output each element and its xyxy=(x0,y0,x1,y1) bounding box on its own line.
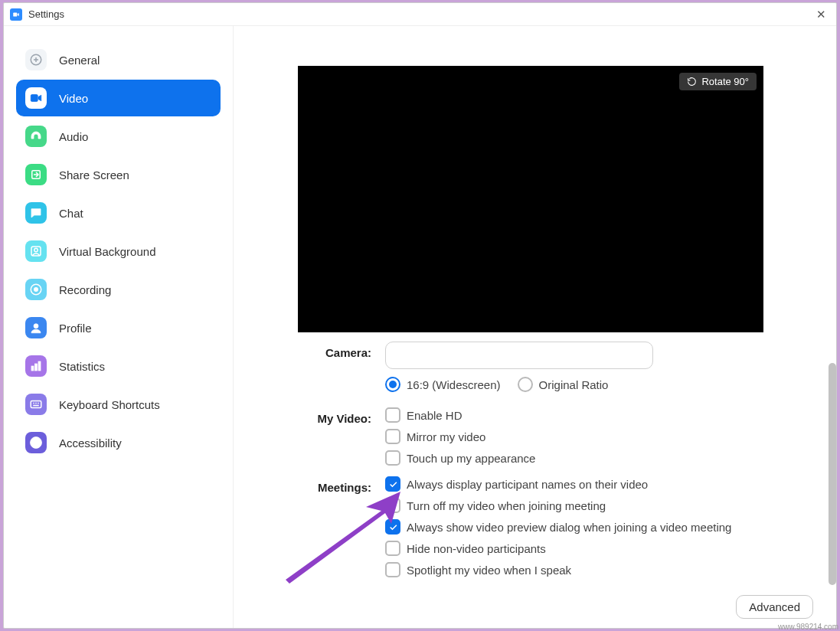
svg-rect-0 xyxy=(13,12,17,16)
svg-point-8 xyxy=(34,324,38,329)
nav-label: Statistics xyxy=(59,360,105,373)
nav-icon xyxy=(25,87,47,109)
sidebar-item-share-screen[interactable]: Share Screen xyxy=(16,156,221,193)
rotate-button[interactable]: Rotate 90° xyxy=(679,73,757,90)
nav-label: Recording xyxy=(59,283,111,296)
window-body: GeneralVideoAudioShare ScreenChatVirtual… xyxy=(4,26,836,628)
sidebar-item-general[interactable]: General xyxy=(16,41,221,78)
sidebar: GeneralVideoAudioShare ScreenChatVirtual… xyxy=(4,26,234,628)
close-icon[interactable]: ✕ xyxy=(812,8,830,21)
app-icon xyxy=(10,8,22,21)
radio-original[interactable]: Original Ratio xyxy=(518,377,609,392)
nav-icon xyxy=(25,240,47,262)
svg-point-5 xyxy=(34,248,38,252)
video-settings-form: Camera: 16:9 (Widescreen) Original Ratio xyxy=(234,342,836,588)
checkbox-icon xyxy=(385,450,400,466)
svg-rect-2 xyxy=(31,95,38,102)
sidebar-item-virtual-background[interactable]: Virtual Background xyxy=(16,233,221,270)
nav-icon xyxy=(25,126,47,147)
svg-rect-12 xyxy=(31,401,41,408)
camera-select[interactable] xyxy=(385,342,653,369)
meetings-option[interactable]: Spotlight my video when I speak xyxy=(385,562,813,577)
nav-icon xyxy=(25,164,47,185)
settings-window: Settings ✕ GeneralVideoAudioShare Screen… xyxy=(3,2,837,629)
checkbox-icon xyxy=(385,541,400,556)
checkbox-label: Touch up my appearance xyxy=(407,452,535,465)
row-my-video: My Video: Enable HDMirror my videoTouch … xyxy=(234,407,813,472)
nav-label: Video xyxy=(59,92,88,105)
nav-icon xyxy=(25,317,47,338)
radio-icon xyxy=(518,377,533,392)
nav-label: Audio xyxy=(59,130,88,143)
sidebar-item-statistics[interactable]: Statistics xyxy=(16,348,221,384)
meetings-option[interactable]: Always show video preview dialog when jo… xyxy=(385,519,813,535)
row-camera: Camera: 16:9 (Widescreen) Original Ratio xyxy=(234,342,813,403)
meetings-option[interactable]: Hide non-video participants xyxy=(385,541,813,556)
nav-icon xyxy=(25,202,47,224)
svg-rect-10 xyxy=(35,364,38,371)
advanced-button[interactable]: Advanced xyxy=(736,595,813,619)
nav-label: General xyxy=(59,54,100,67)
my-video-option[interactable]: Enable HD xyxy=(385,407,813,423)
checkbox-label: Always display participant names on thei… xyxy=(407,478,648,491)
nav-icon xyxy=(25,394,47,415)
advanced-label: Advanced xyxy=(749,600,800,613)
checkbox-icon xyxy=(385,519,400,535)
watermark: www.989214.com xyxy=(778,623,838,631)
row-meetings: Meetings: Always display participant nam… xyxy=(234,476,813,584)
label-meetings: Meetings: xyxy=(234,476,385,494)
svg-rect-9 xyxy=(31,366,34,371)
meetings-option[interactable]: Always display participant names on thei… xyxy=(385,476,813,492)
nav-icon xyxy=(25,432,47,453)
checkbox-label: Always show video preview dialog when jo… xyxy=(407,521,731,534)
checkbox-label: Mirror my video xyxy=(407,430,485,443)
meetings-option[interactable]: Turn off my video when joining meeting xyxy=(385,498,813,513)
checkbox-icon xyxy=(385,429,400,444)
svg-rect-11 xyxy=(38,361,41,371)
radio-label: 16:9 (Widescreen) xyxy=(407,378,501,391)
nav-label: Share Screen xyxy=(59,168,129,181)
nav-icon xyxy=(25,49,47,70)
checkbox-icon xyxy=(385,407,400,423)
my-video-option[interactable]: Mirror my video xyxy=(385,429,813,444)
titlebar: Settings ✕ xyxy=(4,3,836,26)
rotate-label: Rotate 90° xyxy=(701,76,749,87)
svg-point-14 xyxy=(35,439,38,441)
sidebar-item-recording[interactable]: Recording xyxy=(16,271,221,308)
checkbox-label: Enable HD xyxy=(407,409,462,422)
checkbox-icon xyxy=(385,476,400,492)
radio-label: Original Ratio xyxy=(539,378,609,391)
label-my-video: My Video: xyxy=(234,407,385,425)
scrollbar[interactable] xyxy=(829,363,836,585)
checkbox-icon xyxy=(385,562,400,577)
nav-icon xyxy=(25,355,47,377)
video-preview: Rotate 90° xyxy=(298,66,763,332)
nav-icon xyxy=(25,279,47,300)
checkbox-label: Turn off my video when joining meeting xyxy=(407,499,606,512)
svg-point-7 xyxy=(34,288,38,292)
content-area: Rotate 90° Camera: 16:9 (Widescreen) xyxy=(234,26,836,628)
sidebar-item-profile[interactable]: Profile xyxy=(16,309,221,346)
nav-label: Virtual Background xyxy=(59,245,155,258)
nav-label: Keyboard Shortcuts xyxy=(59,398,160,411)
sidebar-item-chat[interactable]: Chat xyxy=(16,195,221,231)
checkbox-label: Spotlight my video when I speak xyxy=(407,564,571,577)
label-camera: Camera: xyxy=(234,342,385,359)
window-title: Settings xyxy=(28,8,812,20)
checkbox-icon xyxy=(385,498,400,513)
sidebar-item-audio[interactable]: Audio xyxy=(16,118,221,155)
sidebar-item-keyboard-shortcuts[interactable]: Keyboard Shortcuts xyxy=(16,386,221,423)
sidebar-item-accessibility[interactable]: Accessibility xyxy=(16,424,221,461)
nav-label: Profile xyxy=(59,322,92,335)
nav-label: Chat xyxy=(59,207,83,220)
radio-16-9[interactable]: 16:9 (Widescreen) xyxy=(385,377,501,392)
checkbox-label: Hide non-video participants xyxy=(407,542,546,555)
sidebar-item-video[interactable]: Video xyxy=(16,80,221,116)
nav-label: Accessibility xyxy=(59,436,122,450)
radio-icon xyxy=(385,377,400,392)
my-video-option[interactable]: Touch up my appearance xyxy=(385,450,813,466)
